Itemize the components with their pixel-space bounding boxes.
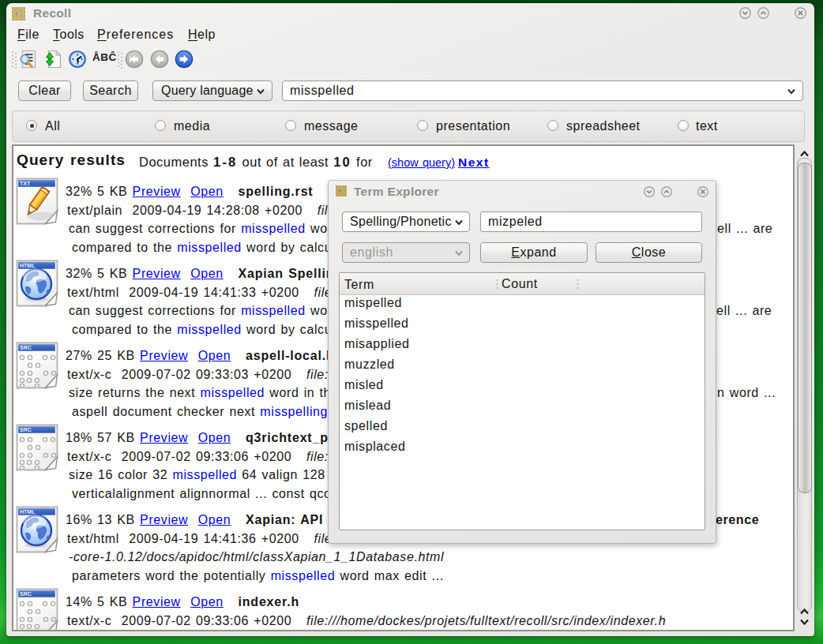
- svg-text:SRC: SRC: [20, 345, 32, 350]
- svg-text:TXT: TXT: [20, 181, 31, 186]
- svg-text:HTML: HTML: [20, 509, 36, 515]
- svg-text:HTML: HTML: [20, 263, 36, 268]
- svg-text:SRC: SRC: [20, 427, 32, 432]
- svg-text:SRC: SRC: [20, 591, 32, 597]
